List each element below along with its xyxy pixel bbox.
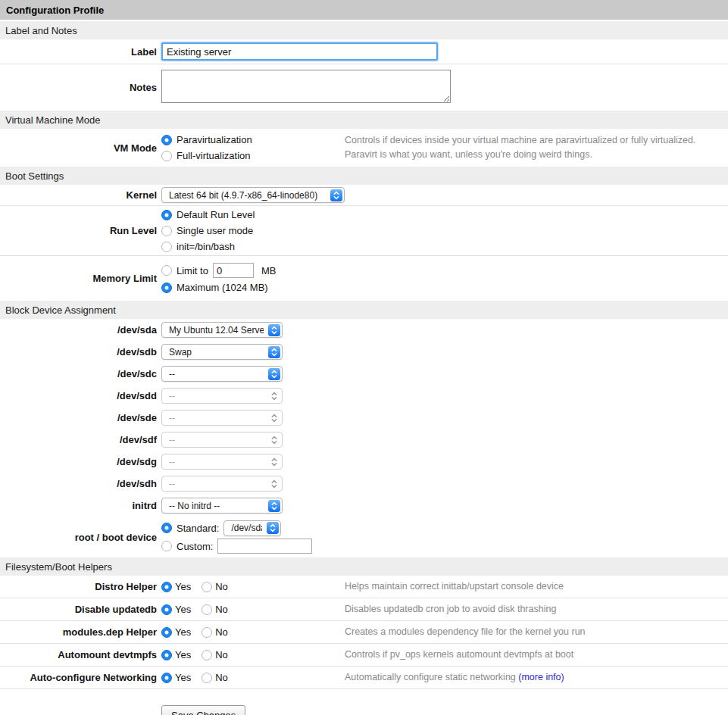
dev-sdb-select[interactable]: Swap: [161, 344, 283, 360]
run-level-row: Run Level Default Run LevelSingle user m…: [0, 206, 728, 256]
init-bin-bash-radio[interactable]: [161, 242, 172, 252]
dev-sda-label: /dev/sda: [0, 324, 161, 336]
auto-configure-networking-yes-radio[interactable]: [161, 673, 172, 683]
modules-dep-helper-label: modules.dep Helper: [0, 626, 161, 638]
disable-updatedb-no-label: No: [215, 604, 228, 615]
dev-sdc-select[interactable]: --: [161, 366, 283, 382]
section-helpers: Distro HelperYesNoHelps maintain correct…: [0, 576, 728, 689]
disable-updatedb-no-radio[interactable]: [202, 604, 212, 615]
automount-devtmpfs-yes-radio[interactable]: [161, 650, 172, 660]
select-stepper-icon: [330, 189, 342, 201]
initrd-select[interactable]: -- No initrd --: [161, 498, 283, 514]
root-custom-label: Custom:: [177, 541, 213, 552]
dev-sdf-select[interactable]: --: [161, 432, 283, 448]
root-standard-radio[interactable]: [161, 523, 172, 533]
dev-sdh-label: /dev/sdh: [0, 478, 161, 489]
select-stepper-icon: [268, 434, 280, 446]
dev-sda-select[interactable]: My Ubuntu 12.04 Server: [161, 322, 283, 338]
memory-maximum-radio[interactable]: [161, 283, 172, 293]
run-level-label: Run Level: [0, 225, 161, 236]
distro-helper-label: Distro Helper: [0, 581, 161, 592]
dev-sde-label: /dev/sde: [0, 412, 161, 423]
auto-configure-networking-no-radio[interactable]: [202, 673, 212, 683]
select-stepper-icon: [268, 390, 280, 402]
modules-dep-helper-no-radio[interactable]: [202, 627, 212, 638]
select-stepper-icon: [268, 324, 280, 336]
dev-sdf-row: /dev/sdf--: [0, 429, 343, 451]
root-custom-input[interactable]: [217, 539, 312, 554]
dev-sdf-label: /dev/sdf: [0, 434, 161, 445]
dev-sdc-row: /dev/sdc--: [0, 363, 343, 385]
section-boot-settings: Kernel Latest 64 bit (4.9.7-x86_64-linod…: [0, 185, 728, 301]
dev-sdg-row: /dev/sdg--: [0, 451, 343, 473]
memory-limit-input[interactable]: [213, 263, 254, 278]
auto-configure-networking-yes-label: Yes: [175, 672, 191, 683]
single-user-mode-radio-label: Single user mode: [177, 225, 253, 236]
automount-devtmpfs-label: Automount devtmpfs: [0, 649, 161, 660]
default-run-level-radio[interactable]: [161, 210, 172, 220]
kernel-row: Kernel Latest 64 bit (4.9.7-x86_64-linod…: [0, 185, 728, 206]
disable-updatedb-label: Disable updatedb: [0, 604, 161, 615]
distro-helper-yes-radio[interactable]: [161, 582, 172, 592]
configuration-profile-page: Configuration Profile Label and Notes La…: [0, 0, 728, 715]
label-field-label: Label: [0, 46, 161, 58]
select-stepper-icon: [268, 368, 280, 380]
dev-sdg-select[interactable]: --: [161, 454, 283, 470]
notes-textarea[interactable]: [161, 70, 451, 103]
root-device-select[interactable]: /dev/sda: [223, 520, 281, 536]
dev-sde-row: /dev/sde--: [0, 407, 343, 429]
dev-sdh-row: /dev/sdh--: [0, 473, 343, 495]
automount-devtmpfs-no-radio[interactable]: [202, 650, 212, 660]
section-header-label-and-notes: Label and Notes: [0, 21, 728, 39]
dev-sdd-select[interactable]: --: [161, 388, 283, 404]
auto-configure-networking-no-label: No: [215, 672, 228, 683]
paravirtualization-radio[interactable]: [161, 135, 172, 145]
label-input[interactable]: [161, 42, 438, 61]
modules-dep-helper-yes-radio[interactable]: [161, 627, 172, 638]
page-title: Configuration Profile: [0, 0, 728, 20]
dev-sde-select[interactable]: --: [161, 410, 283, 426]
notes-row: Notes: [0, 64, 728, 111]
select-stepper-icon: [268, 412, 280, 424]
distro-helper-no-label: No: [215, 581, 228, 592]
save-changes-button[interactable]: Save Changes: [161, 705, 245, 715]
dev-sdb-row: /dev/sdbSwap: [0, 341, 343, 363]
more-info-link[interactable]: (more info): [518, 672, 564, 682]
vm-mode-row: VM Mode ParavirtualizationFull-virtualiz…: [0, 129, 728, 167]
dev-sdh-select[interactable]: --: [161, 476, 283, 492]
root-custom-radio[interactable]: [161, 541, 172, 551]
select-stepper-icon: [267, 522, 279, 534]
select-stepper-icon: [268, 346, 280, 358]
dev-sdd-label: /dev/sdd: [0, 390, 161, 401]
distro-helper-yes-label: Yes: [175, 581, 191, 592]
automount-devtmpfs-no-label: No: [215, 649, 228, 660]
memory-limit-unit: MB: [261, 265, 277, 276]
vm-mode-options: ParavirtualizationFull-virtualization: [161, 132, 345, 164]
memory-limit-to-radio[interactable]: [161, 265, 172, 276]
disable-updatedb-yes-radio[interactable]: [161, 604, 172, 615]
kernel-label: Kernel: [0, 189, 161, 201]
memory-maximum-label: Maximum (1024 MB): [177, 282, 268, 293]
dev-sda-row: /dev/sdaMy Ubuntu 12.04 Server: [0, 319, 343, 341]
section-header-virtual-machine-mode: Virtual Machine Mode: [0, 111, 728, 129]
section-label-and-notes: Label Notes: [0, 39, 728, 111]
disable-updatedb-yes-label: Yes: [175, 604, 191, 615]
distro-helper-row: Distro HelperYesNoHelps maintain correct…: [0, 576, 728, 598]
kernel-select[interactable]: Latest 64 bit (4.9.7-x86_64-linode80): [161, 187, 345, 203]
section-vm-mode: VM Mode ParavirtualizationFull-virtualiz…: [0, 129, 728, 167]
vm-mode-label: VM Mode: [0, 142, 161, 154]
section-block-devices: /dev/sdaMy Ubuntu 12.04 Server/dev/sdbSw…: [0, 319, 343, 557]
root-boot-device-label: root / boot device: [0, 532, 161, 543]
dev-sdd-row: /dev/sdd--: [0, 385, 343, 407]
distro-helper-no-radio[interactable]: [202, 582, 212, 592]
notes-field-label: Notes: [0, 82, 161, 93]
disable-updatedb-help-text: Disables updatedb cron job to avoid disk…: [345, 602, 556, 617]
auto-configure-networking-row: Auto-configure NetworkingYesNoAutomatica…: [0, 667, 728, 689]
paravirtualization-radio-label: Paravirtualization: [177, 134, 252, 145]
modules-dep-helper-no-label: No: [215, 626, 228, 638]
memory-limit-row: Memory Limit Limit to MB Maximum (1024 M…: [0, 256, 728, 301]
single-user-mode-radio[interactable]: [161, 226, 172, 236]
memory-limit-label: Memory Limit: [0, 273, 161, 284]
full-virtualization-radio[interactable]: [161, 151, 172, 161]
select-stepper-icon: [268, 456, 280, 468]
